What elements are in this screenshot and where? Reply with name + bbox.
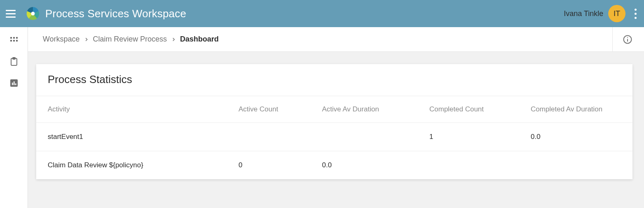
breadcrumb-current: Dashboard bbox=[180, 35, 219, 44]
cell-completedCount bbox=[418, 151, 519, 180]
cell-activity: Claim Data Review ${policyno} bbox=[36, 151, 227, 180]
process-statistics-card: Process Statistics Activity Active Count… bbox=[36, 64, 632, 179]
cell-completedCount: 1 bbox=[418, 123, 519, 151]
topbar: Process Services Workspace Ivana Tinkle … bbox=[0, 0, 644, 27]
svg-point-16 bbox=[627, 37, 628, 38]
cell-completedAvDuration: 0.0 bbox=[519, 123, 633, 151]
table-header-row: Activity Active Count Active Av Duration… bbox=[36, 96, 632, 123]
svg-rect-13 bbox=[15, 83, 16, 85]
cell-activity: startEvent1 bbox=[36, 123, 227, 151]
col-active-count: Active Count bbox=[227, 96, 310, 123]
cell-activeCount bbox=[227, 123, 310, 151]
stats-table: Activity Active Count Active Av Duration… bbox=[36, 96, 632, 179]
svg-point-1 bbox=[31, 12, 35, 16]
apps-icon[interactable] bbox=[9, 35, 19, 45]
more-menu-button[interactable] bbox=[632, 6, 639, 21]
svg-rect-6 bbox=[13, 40, 15, 42]
svg-rect-11 bbox=[12, 83, 13, 85]
col-completed-count: Completed Count bbox=[418, 96, 519, 123]
svg-rect-7 bbox=[16, 40, 18, 42]
breadcrumb-item-workspace[interactable]: Workspace bbox=[43, 35, 80, 44]
cell-activeAvDuration bbox=[310, 123, 418, 151]
cell-activeCount: 0 bbox=[227, 151, 310, 180]
svg-rect-5 bbox=[10, 40, 12, 42]
table-row: Claim Data Review ${policyno}00.0 bbox=[36, 151, 632, 180]
card-title: Process Statistics bbox=[36, 64, 632, 96]
chevron-right-icon bbox=[84, 37, 89, 42]
user-avatar[interactable]: IT bbox=[608, 5, 625, 22]
svg-rect-9 bbox=[13, 58, 15, 59]
col-active-av-duration: Active Av Duration bbox=[310, 96, 418, 123]
stats-icon[interactable] bbox=[9, 78, 19, 88]
info-button[interactable] bbox=[612, 27, 636, 51]
cell-completedAvDuration bbox=[519, 151, 633, 180]
table-row: startEvent110.0 bbox=[36, 123, 632, 151]
svg-rect-12 bbox=[14, 81, 15, 85]
svg-rect-4 bbox=[16, 37, 18, 39]
breadcrumb-item-claim-review[interactable]: Claim Review Process bbox=[93, 35, 167, 44]
app-logo-icon bbox=[25, 6, 40, 21]
user-name: Ivana Tinkle bbox=[564, 9, 603, 18]
content-area: Workspace Claim Review Process Dashboard… bbox=[28, 27, 644, 208]
sidebar bbox=[0, 27, 28, 208]
col-completed-av-duration: Completed Av Duration bbox=[519, 96, 633, 123]
clipboard-icon[interactable] bbox=[9, 57, 19, 67]
app-title: Process Services Workspace bbox=[45, 7, 186, 20]
col-activity: Activity bbox=[36, 96, 227, 123]
svg-rect-3 bbox=[13, 37, 15, 39]
breadcrumb: Workspace Claim Review Process Dashboard bbox=[28, 27, 644, 52]
cell-activeAvDuration: 0.0 bbox=[310, 151, 418, 180]
chevron-right-icon bbox=[171, 37, 176, 42]
menu-toggle-button[interactable] bbox=[6, 7, 18, 20]
svg-rect-2 bbox=[10, 37, 12, 39]
